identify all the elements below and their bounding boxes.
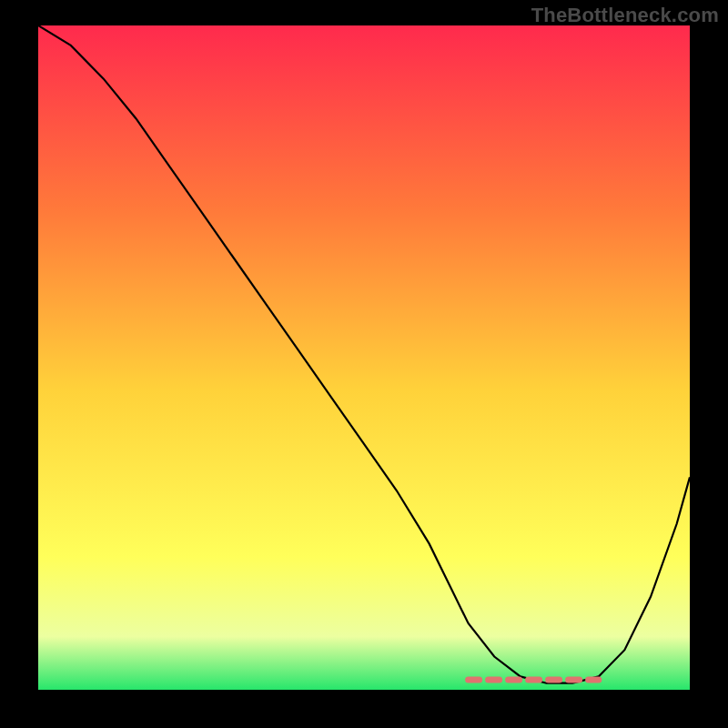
chart-svg	[38, 25, 690, 690]
chart-frame: TheBottleneck.com	[0, 0, 728, 728]
gradient-background	[38, 25, 690, 690]
watermark-text: TheBottleneck.com	[531, 4, 719, 27]
plot-area	[38, 25, 690, 690]
